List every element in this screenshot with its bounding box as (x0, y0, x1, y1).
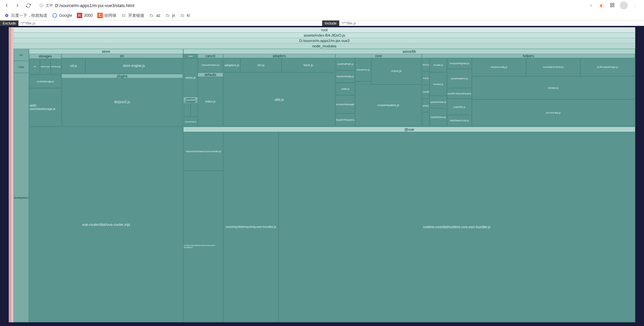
plat-cell[interactable] (184, 103, 191, 117)
avatar[interactable] (620, 1, 628, 9)
side-sliver-1[interactable] (9, 27, 11, 322)
star-icon[interactable]: ☆ (588, 2, 594, 9)
runtime-core[interactable]: runtime-core/dist/runtime-core.esm-bundl… (279, 132, 635, 322)
adapters-header: adapters (224, 54, 335, 58)
menu-icon[interactable]: ⋮ (632, 2, 639, 9)
engine-cell[interactable]: store-engine.js (85, 58, 183, 74)
axios-utils[interactable]: utils.js (223, 73, 335, 126)
url-text: D:/source/m-apps1/m-jsx-vue3/stats.html (55, 3, 134, 8)
spread[interactable]: spread.js (422, 99, 430, 113)
progress[interactable]: progressEventReducer.js (422, 85, 430, 99)
cookie-storage[interactable]: cookieStorage.js (29, 75, 61, 88)
platform-block[interactable]: platform browser (184, 97, 198, 117)
include-input[interactable] (339, 21, 644, 26)
core-block[interactable]: core buildFullPath.js transformData.js s… (335, 54, 422, 126)
treemap-assets[interactable]: assets/index-B4-JtDxO.js (13, 33, 635, 38)
fetch-js[interactable]: fetch.js (282, 58, 335, 72)
storage-all[interactable]: all (30, 58, 40, 74)
bookmark-az[interactable]: 🗀az (149, 13, 160, 18)
runtime-dom[interactable]: runtime-dom/dist/runtime-dom.esm-bundler… (184, 171, 223, 322)
null[interactable]: null.js (422, 72, 430, 85)
common-utils[interactable]: common/utils.js (184, 117, 198, 126)
cancel-block[interactable]: cancel CancelToken.js (198, 54, 223, 73)
axios-index[interactable]: index (184, 54, 198, 58)
spread2[interactable] (422, 112, 430, 126)
reload-button[interactable] (24, 1, 32, 9)
isurlsameorigin[interactable]: isURLSameOrigin.js (580, 58, 635, 76)
adapters-js[interactable]: adapters.js (224, 58, 240, 72)
oldie-storage[interactable]: oldIE-userDataStorage.js (29, 88, 61, 126)
vue-router[interactable]: vue-router/dist/vue-router.mjs (29, 127, 183, 322)
toformdata[interactable]: toFormData.js (472, 99, 635, 126)
storage-local[interactable]: localStorage.js (40, 58, 50, 74)
interceptor[interactable]: InterceptorManager.js (336, 95, 355, 114)
buildurl[interactable]: buildURL.js (447, 99, 472, 115)
axioserror[interactable]: AxiosError.js (355, 58, 371, 81)
validator[interactable]: validator.js (472, 76, 635, 99)
bookmark-xtb[interactable]: C徐同保 (97, 13, 116, 18)
axios-block[interactable]: axios/lib index axios.js platform browse… (183, 49, 635, 127)
axiosheaders[interactable]: AxiosHeaders.js (355, 84, 422, 126)
axios-header: axios/lib (184, 49, 635, 54)
formdatatojson[interactable]: formDataToJSON.js (526, 58, 581, 76)
url-bar[interactable]: ⓘ 文件 D:/source/m-apps1/m-jsx-vue3/stats.… (35, 2, 203, 9)
src-block[interactable]: src util.js store-engine.js (61, 54, 183, 74)
resolveconfig[interactable]: resolveConfig.js (472, 58, 526, 76)
bookmark-google[interactable]: Google (52, 13, 72, 18)
trackstream[interactable]: trackStream.js (430, 108, 447, 126)
bookmark-kl[interactable]: 🗀kl (180, 13, 190, 18)
back-button[interactable] (3, 1, 11, 9)
adapters-block[interactable]: adapters adapters.js xhr.js fetch.js (223, 54, 335, 73)
treemap-row-2: vue-router/dist/vue-router.mjs @vue shar… (29, 127, 635, 322)
dispatch[interactable]: dispatchRequest.js (336, 114, 355, 126)
svg-point-0 (53, 13, 57, 17)
axios-class[interactable]: Axios.js (371, 58, 422, 84)
store-block[interactable]: store storages all localStorage.js sessi… (29, 49, 183, 127)
speedometer[interactable]: speedometer.js (430, 96, 447, 108)
vue-block[interactable]: @vue shared/dist/shared.esm-bundler.js r… (183, 127, 635, 322)
defaults-block[interactable]: defaults index.js (198, 73, 223, 126)
side-cell[interactable]: pinia/dist/pinia.mjs (13, 73, 29, 322)
forward-button[interactable] (13, 1, 21, 9)
cancel-token[interactable]: CancelToken.js (198, 58, 223, 72)
storages-block[interactable]: storages all localStorage.js sessionStor… (29, 54, 61, 75)
treemap-root[interactable]: root (13, 27, 635, 33)
settle[interactable]: settle.js (336, 83, 355, 95)
bind[interactable]: bind.js (422, 58, 430, 72)
bookmark-devlink[interactable]: 🗀开发链接 (121, 13, 144, 18)
shared[interactable]: shared/dist/shared.esm-bundler.js (184, 132, 223, 171)
side-cell[interactable]: src (13, 49, 29, 61)
buildfullpath[interactable]: buildFullPath.js (336, 58, 355, 70)
reactivity[interactable]: reactivity/dist/reactivity.esm-bundler.j… (223, 132, 279, 322)
bookmark-3000[interactable]: 同3000 (77, 13, 93, 18)
bookmark-baidu[interactable]: ✿百度一下，你就知道 (4, 13, 47, 18)
transformdata[interactable]: transformData.js (336, 70, 355, 83)
axiosurl[interactable]: AxiosURLSearchParams.js (447, 88, 472, 99)
parseheaders[interactable]: parseHeaders.js (447, 69, 472, 88)
axiosjs[interactable]: axios.js (184, 58, 198, 97)
bookmark-jx[interactable]: 🗀jx (165, 13, 175, 18)
treemap-source[interactable]: D:/source/m-apps1/m-jsx-vue3 (13, 38, 635, 43)
extension-icon[interactable]: ◧ (598, 2, 605, 9)
puzzle-icon[interactable] (609, 2, 616, 9)
folder-icon: 🗀 (180, 13, 185, 18)
browser-header: browser (184, 100, 197, 103)
cookies[interactable]: cookies.js (430, 72, 447, 96)
plat-cell[interactable] (191, 103, 197, 117)
storage-session[interactable]: sessionStorage.js (51, 58, 61, 74)
throttle[interactable]: throttle.js (430, 58, 447, 72)
defaults-index[interactable]: index.js (198, 77, 223, 126)
util-cell[interactable]: util.js (62, 58, 85, 74)
side-cell[interactable]: Cube (13, 61, 29, 73)
treemap-node-modules[interactable]: node_modules (13, 43, 635, 49)
json2-cell[interactable]: lib/json2.js (62, 78, 183, 126)
browser-toolbar: ⓘ 文件 D:/source/m-apps1/m-jsx-vue3/stats.… (0, 0, 644, 11)
treemap: root assets/index-B4-JtDxO.js D:/source/… (13, 27, 635, 322)
xhr-js[interactable]: xhr.js (240, 58, 282, 72)
plugins-block[interactable]: plugins lib/json2.js (61, 74, 183, 126)
compose[interactable]: composeSignals.js (447, 58, 472, 69)
page: Exclude Include root assets/index-B4-JtD… (0, 21, 644, 326)
exclude-input[interactable] (18, 21, 322, 26)
httpstatus[interactable]: HttpStatusCode.js (447, 115, 472, 126)
helpers-block[interactable]: helpers bind.js null.js progressEventRed… (422, 54, 635, 126)
